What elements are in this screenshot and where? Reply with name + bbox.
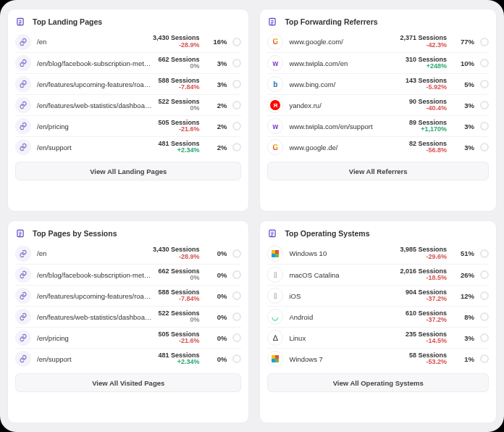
- delta-pct: -42.3%: [400, 42, 447, 49]
- row-stats: 505 Sessions-21.6%: [158, 120, 199, 133]
- list-item[interactable]: /en/features/upcoming-features/roadmap58…: [15, 73, 241, 94]
- row-stats: 610 Sessions-37.2%: [406, 310, 447, 324]
- delta-pct: -37.2%: [406, 296, 447, 302]
- row-label: Linux: [289, 334, 400, 342]
- delta-pct: +1,170%: [409, 126, 447, 133]
- view-all-button[interactable]: View All Landing Pages: [15, 162, 241, 180]
- card-title: Top Forwarding Referrers: [285, 17, 377, 26]
- list-item[interactable]: /en/features/web-statistics/dashboards52…: [15, 306, 241, 327]
- google-favicon-icon: G: [267, 139, 283, 155]
- row-stats: 2,371 Sessions-42.3%: [400, 35, 447, 49]
- delta-pct: -28.9%: [153, 42, 200, 49]
- share-pct: 2%: [205, 122, 227, 130]
- list-item[interactable]: /en/pricing505 Sessions-21.6%0%: [15, 327, 241, 348]
- apple-icon: : [267, 267, 283, 283]
- clipboard-icon: [15, 228, 25, 238]
- share-pct: 10%: [453, 59, 474, 67]
- share-pct: 3%: [453, 334, 474, 342]
- progress-ring-icon: [232, 38, 241, 46]
- share-pct: 2%: [205, 101, 227, 109]
- list-item[interactable]: macOS Catalina2,016 Sessions-18.5%26%: [267, 264, 489, 285]
- delta-pct: -18.5%: [400, 275, 447, 281]
- row-stats: 522 Sessions0%: [158, 99, 199, 112]
- progress-ring-icon: [232, 143, 241, 151]
- share-pct: 1%: [453, 355, 474, 363]
- row-label: www.google.com/: [289, 38, 394, 46]
- card-header: Top Forwarding Referrers: [267, 17, 489, 31]
- view-all-button[interactable]: View All Operating Systems: [267, 373, 489, 392]
- view-all-button[interactable]: View All Visited Pages: [15, 373, 241, 392]
- row-label: /en/support: [37, 355, 152, 363]
- list-item[interactable]: Gwww.google.com/2,371 Sessions-42.3%77%: [267, 31, 489, 52]
- list-item[interactable]: /en/pricing505 Sessions-21.6%2%: [15, 115, 241, 136]
- list-item[interactable]: ∆Linux235 Sessions-14.5%3%: [267, 327, 489, 348]
- row-stats: 235 Sessions-14.5%: [406, 331, 447, 345]
- row-label: Windows 10: [289, 249, 394, 257]
- share-pct: 3%: [205, 80, 227, 88]
- list-item[interactable]: /en/features/web-statistics/dashboards52…: [15, 94, 241, 115]
- row-stats: 505 Sessions-21.6%: [158, 331, 199, 345]
- share-pct: 0%: [205, 271, 227, 279]
- list-item[interactable]: iOS904 Sessions-37.2%12%: [267, 285, 489, 306]
- rows: /en3,430 Sessions-28.9%0% /en/blog/faceb…: [15, 243, 241, 369]
- share-pct: 0%: [205, 292, 227, 300]
- list-item[interactable]: /en3,430 Sessions-28.9%0%: [15, 243, 241, 264]
- list-item[interactable]: /en3,430 Sessions-28.9%16%: [15, 31, 241, 52]
- progress-ring-icon: [232, 249, 241, 258]
- row-stats: 588 Sessions-7.84%: [158, 289, 199, 303]
- list-item[interactable]: Windows 103,985 Sessions-29.6%51%: [267, 243, 489, 264]
- card-header: Top Landing Pages: [15, 17, 241, 31]
- share-pct: 77%: [453, 38, 474, 46]
- list-item[interactable]: Windows 758 Sessions-53.2%1%: [267, 348, 489, 369]
- progress-ring-icon: [480, 122, 489, 130]
- view-all-button[interactable]: View All Referrers: [267, 162, 489, 180]
- list-item[interactable]: /en/blog/facebook-subscription-meta-to-……: [15, 264, 241, 285]
- row-label: /en: [37, 38, 147, 46]
- share-pct: 0%: [205, 334, 227, 342]
- row-label: Windows 7: [289, 355, 403, 363]
- clipboard-icon: [267, 228, 277, 238]
- link-icon: [15, 139, 31, 155]
- card-header: Top Pages by Sessions: [15, 228, 241, 243]
- twipla-favicon-icon: w: [267, 55, 283, 71]
- list-item[interactable]: /en/support481 Sessions+2.34%2%: [15, 136, 241, 157]
- list-item[interactable]: Яyandex.ru/90 Sessions-40.4%3%: [267, 94, 489, 115]
- link-icon: [15, 309, 31, 325]
- delta-pct: -7.84%: [158, 296, 199, 302]
- row-stats: 481 Sessions+2.34%: [158, 352, 199, 366]
- share-pct: 26%: [453, 271, 474, 279]
- progress-ring-icon: [480, 38, 489, 46]
- link-icon: [15, 267, 31, 283]
- row-label: /en/features/web-statistics/dashboards: [37, 313, 152, 321]
- progress-ring-icon: [480, 59, 489, 67]
- row-stats: 82 Sessions-56.8%: [409, 141, 447, 154]
- delta-pct: +248%: [406, 63, 447, 70]
- progress-ring-icon: [480, 143, 489, 151]
- progress-ring-icon: [480, 291, 489, 300]
- list-item[interactable]: wwww.twipla.com/en/support89 Sessions+1,…: [267, 115, 489, 136]
- delta-pct: -29.6%: [400, 254, 447, 260]
- list-item[interactable]: ◡Android610 Sessions-37.2%8%: [267, 306, 489, 327]
- list-item[interactable]: wwww.twipla.com/en310 Sessions+248%10%: [267, 52, 489, 73]
- delta-pct: -37.2%: [406, 317, 447, 323]
- clipboard-icon: [267, 17, 277, 27]
- list-item[interactable]: bwww.bing.com/143 Sessions-5.92%5%: [267, 73, 489, 94]
- delta-pct: -40.4%: [409, 105, 447, 112]
- card-landing-pages: Top Landing Pages /en3,430 Sessions-28.9…: [7, 9, 249, 212]
- list-item[interactable]: /en/features/upcoming-features/roadmap58…: [15, 285, 241, 306]
- row-stats: 588 Sessions-7.84%: [158, 78, 199, 91]
- list-item[interactable]: /en/blog/facebook-subscription-meta-to…6…: [15, 52, 241, 73]
- clipboard-icon: [15, 17, 25, 27]
- delta-pct: -5.92%: [406, 84, 447, 91]
- list-item[interactable]: Gwww.google.de/82 Sessions-56.8%3%: [267, 136, 489, 157]
- link-icon: [15, 76, 31, 92]
- row-stats: 310 Sessions+248%: [406, 57, 447, 70]
- list-item[interactable]: /en/support481 Sessions+2.34%0%: [15, 348, 241, 369]
- share-pct: 3%: [453, 101, 474, 109]
- row-stats: 481 Sessions+2.34%: [158, 141, 199, 154]
- link-icon: [15, 246, 31, 262]
- progress-ring-icon: [232, 122, 241, 130]
- apple-icon: : [267, 288, 283, 304]
- delta-pct: -14.5%: [406, 338, 447, 344]
- progress-ring-icon: [232, 312, 241, 321]
